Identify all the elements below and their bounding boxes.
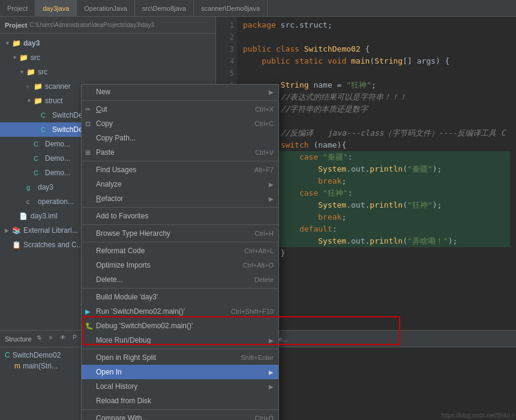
- context-menu: New ▶ ✂ Cut Ctrl+X ⊡ Copy Ctrl+C Copy Pa…: [81, 84, 279, 420]
- menu-label-run: Run 'SwitchDemo02.main()': [96, 307, 219, 316]
- menu-item-reformat[interactable]: Reformat Code Ctrl+Alt+L: [82, 244, 278, 258]
- menu-label-refactor: Refactor: [96, 194, 266, 203]
- menu-item-copy[interactable]: ⊡ Copy Ctrl+C: [82, 116, 278, 131]
- menu-label-copy-path: Copy Path...: [96, 134, 274, 142]
- menu-shortcut-copy: Ctrl+C: [255, 120, 274, 127]
- menu-item-copy-path[interactable]: Copy Path...: [82, 131, 278, 145]
- submenu-arrow-new: ▶: [269, 89, 274, 95]
- menu-label-paste: Paste: [96, 148, 243, 157]
- copy-icon: ⊡: [85, 120, 91, 128]
- debug-icon: 🐛: [85, 322, 94, 330]
- submenu-arrow-open-in: ▶: [269, 369, 274, 376]
- menu-item-find-usages[interactable]: Find Usages Alt+F7: [82, 163, 278, 177]
- menu-label-find-usages: Find Usages: [96, 166, 242, 174]
- menu-item-delete[interactable]: Delete... Delete: [82, 272, 278, 287]
- submenu-arrow-refactor: ▶: [269, 196, 274, 202]
- menu-item-new[interactable]: New ▶: [82, 85, 278, 99]
- menu-shortcut-cut: Ctrl+X: [255, 106, 274, 113]
- menu-shortcut-hierarchy: Ctrl+H: [255, 230, 274, 237]
- menu-label-more-run: More Run/Debug: [96, 336, 266, 344]
- menu-item-optimize[interactable]: Optimize Imports Ctrl+Alt+O: [82, 258, 278, 272]
- submenu-arrow-run: ▶: [269, 337, 274, 344]
- menu-separator-5: [82, 242, 278, 242]
- menu-item-browse-hierarchy[interactable]: Browse Type Hierarchy Ctrl+H: [82, 226, 278, 241]
- menu-shortcut-reformat: Ctrl+Alt+L: [244, 247, 274, 254]
- menu-label-optimize: Optimize Imports: [96, 261, 231, 269]
- menu-item-analyze[interactable]: Analyze ▶: [82, 177, 278, 191]
- menu-item-local-history[interactable]: Local History ▶: [82, 379, 278, 394]
- submenu-arrow-analyze: ▶: [269, 181, 274, 188]
- cut-icon: ✂: [85, 106, 91, 113]
- menu-label-favorites: Add to Favorites: [96, 212, 274, 220]
- menu-item-cut[interactable]: ✂ Cut Ctrl+X: [82, 102, 278, 116]
- menu-label-open-right: Open in Right Split: [96, 353, 229, 362]
- menu-label-copy: Copy: [96, 119, 243, 128]
- menu-shortcut-paste: Ctrl+V: [255, 149, 274, 156]
- menu-separator-7: [82, 349, 278, 349]
- menu-item-open-in[interactable]: Open In ▶ Explorer 📄 File Path Ctrl+Alt+…: [82, 365, 278, 379]
- menu-item-reload[interactable]: Reload from Disk: [82, 394, 278, 408]
- menu-item-open-right[interactable]: Open in Right Split Shift+Enter: [82, 350, 278, 365]
- menu-shortcut-delete: Delete: [254, 276, 274, 283]
- menu-shortcut-run: Ctrl+Shift+F10: [231, 308, 274, 315]
- menu-item-run[interactable]: ▶ Run 'SwitchDemo02.main()' Ctrl+Shift+F…: [82, 304, 278, 319]
- menu-label-new: New: [96, 88, 266, 96]
- menu-label-delete: Delete...: [96, 275, 242, 284]
- menu-label-debug: Debug 'SwitchDemo02.main()': [96, 322, 274, 330]
- menu-item-add-favorites[interactable]: Add to Favorites: [82, 209, 278, 223]
- menu-label-local-history: Local History: [96, 382, 266, 391]
- menu-separator-8: [82, 409, 278, 410]
- menu-label-hierarchy: Browse Type Hierarchy: [96, 229, 243, 238]
- editor-area: Project day3java OperationJava src\Demo8…: [0, 0, 516, 420]
- menu-shortcut-compare: Ctrl+D: [255, 415, 274, 420]
- paste-icon: ⊞: [85, 149, 91, 157]
- menu-label-analyze: Analyze: [96, 180, 266, 188]
- menu-separator-6: [82, 288, 278, 289]
- menu-label-cut: Cut: [96, 105, 243, 113]
- menu-separator-1: [82, 100, 278, 101]
- run-menu-icon: ▶: [85, 308, 90, 316]
- menu-item-compare[interactable]: Compare With... Ctrl+D: [82, 411, 278, 420]
- menu-item-build[interactable]: Build Module 'day3': [82, 290, 278, 304]
- menu-shortcut-optimize: Ctrl+Alt+O: [243, 262, 274, 269]
- menu-label-reformat: Reformat Code: [96, 247, 232, 255]
- watermark: https://blog.csdn.net/5h4o.r: [441, 412, 514, 419]
- submenu-arrow-history: ▶: [269, 383, 274, 390]
- menu-item-more-run[interactable]: More Run/Debug ▶: [82, 333, 278, 347]
- menu-shortcut-find: Alt+F7: [254, 166, 274, 173]
- menu-label-build: Build Module 'day3': [96, 293, 274, 301]
- menu-shortcut-open-right: Shift+Enter: [241, 354, 274, 361]
- menu-separator-2: [82, 161, 278, 161]
- menu-separator-4: [82, 224, 278, 225]
- menu-item-paste[interactable]: ⊞ Paste Ctrl+V: [82, 145, 278, 160]
- menu-item-debug[interactable]: 🐛 Debug 'SwitchDemo02.main()': [82, 319, 278, 333]
- menu-label-reload: Reload from Disk: [96, 397, 274, 405]
- context-menu-overlay[interactable]: New ▶ ✂ Cut Ctrl+X ⊡ Copy Ctrl+C Copy Pa…: [0, 0, 516, 420]
- menu-item-refactor[interactable]: Refactor ▶: [82, 191, 278, 206]
- menu-label-open-in: Open In: [96, 368, 266, 376]
- menu-label-compare: Compare With...: [96, 414, 243, 420]
- menu-separator-3: [82, 207, 278, 208]
